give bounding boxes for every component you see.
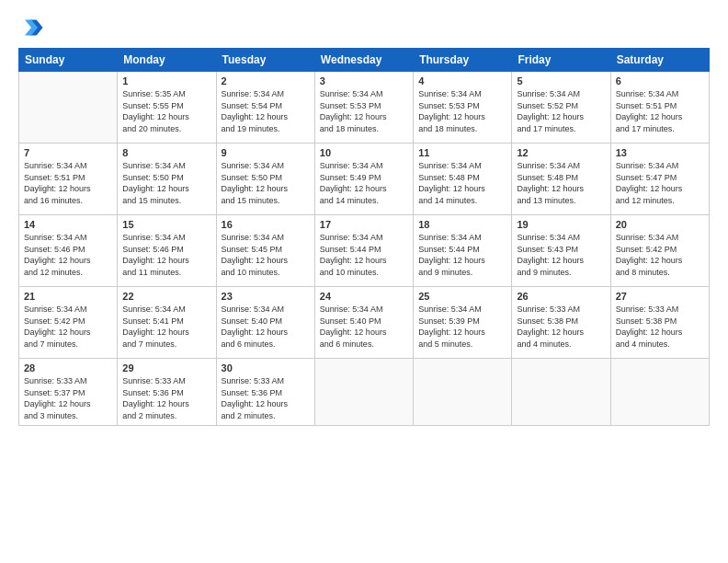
- day-number: 23: [222, 291, 310, 302]
- day-header-saturday: Saturday: [610, 49, 709, 72]
- day-number: 25: [418, 291, 506, 302]
- calendar-cell: 8Sunrise: 5:34 AM Sunset: 5:50 PM Daylig…: [118, 144, 216, 215]
- cell-content: Sunrise: 5:34 AM Sunset: 5:49 PM Dayligh…: [320, 160, 408, 206]
- calendar-cell: [414, 359, 512, 426]
- cell-content: Sunrise: 5:34 AM Sunset: 5:40 PM Dayligh…: [222, 304, 310, 350]
- day-number: 17: [320, 219, 408, 230]
- calendar-cell: 25Sunrise: 5:34 AM Sunset: 5:39 PM Dayli…: [414, 287, 512, 359]
- calendar-cell: 28Sunrise: 5:33 AM Sunset: 5:37 PM Dayli…: [19, 359, 118, 426]
- cell-content: Sunrise: 5:34 AM Sunset: 5:44 PM Dayligh…: [320, 232, 408, 278]
- day-number: 22: [122, 291, 210, 302]
- day-number: 11: [418, 147, 506, 158]
- calendar-cell: 23Sunrise: 5:34 AM Sunset: 5:40 PM Dayli…: [216, 287, 314, 359]
- day-number: 4: [418, 75, 506, 86]
- cell-content: Sunrise: 5:34 AM Sunset: 5:50 PM Dayligh…: [122, 160, 210, 206]
- cell-content: Sunrise: 5:34 AM Sunset: 5:48 PM Dayligh…: [517, 160, 605, 206]
- day-number: 15: [122, 219, 210, 230]
- cell-content: Sunrise: 5:34 AM Sunset: 5:46 PM Dayligh…: [24, 232, 112, 278]
- day-number: 1: [122, 75, 210, 86]
- day-number: 19: [517, 219, 605, 230]
- day-number: 13: [616, 147, 704, 158]
- calendar-cell: 27Sunrise: 5:33 AM Sunset: 5:38 PM Dayli…: [610, 287, 709, 359]
- cell-content: Sunrise: 5:34 AM Sunset: 5:52 PM Dayligh…: [517, 88, 605, 134]
- day-number: 29: [122, 362, 210, 373]
- calendar-cell: 30Sunrise: 5:33 AM Sunset: 5:36 PM Dayli…: [216, 359, 314, 426]
- day-number: 5: [517, 75, 605, 86]
- day-number: 3: [320, 75, 408, 86]
- calendar-cell: 21Sunrise: 5:34 AM Sunset: 5:42 PM Dayli…: [19, 287, 118, 359]
- logo-icon: [18, 15, 44, 40]
- calendar-cell: 9Sunrise: 5:34 AM Sunset: 5:50 PM Daylig…: [216, 144, 314, 215]
- day-header-tuesday: Tuesday: [216, 49, 314, 72]
- day-number: 14: [24, 219, 112, 230]
- week-row-5: 28Sunrise: 5:33 AM Sunset: 5:37 PM Dayli…: [19, 359, 710, 426]
- day-number: 24: [320, 291, 408, 302]
- day-header-sunday: Sunday: [19, 49, 118, 72]
- calendar-cell: 15Sunrise: 5:34 AM Sunset: 5:46 PM Dayli…: [118, 215, 216, 287]
- calendar-cell: 5Sunrise: 5:34 AM Sunset: 5:52 PM Daylig…: [512, 72, 610, 144]
- calendar-cell: 24Sunrise: 5:34 AM Sunset: 5:40 PM Dayli…: [314, 287, 413, 359]
- cell-content: Sunrise: 5:34 AM Sunset: 5:43 PM Dayligh…: [517, 232, 605, 278]
- logo: [18, 15, 46, 40]
- cell-content: Sunrise: 5:34 AM Sunset: 5:42 PM Dayligh…: [24, 304, 112, 350]
- day-number: 2: [222, 75, 310, 86]
- day-header-friday: Friday: [512, 49, 610, 72]
- week-row-1: 1Sunrise: 5:35 AM Sunset: 5:55 PM Daylig…: [19, 72, 710, 144]
- calendar-cell: 26Sunrise: 5:33 AM Sunset: 5:38 PM Dayli…: [512, 287, 610, 359]
- cell-content: Sunrise: 5:34 AM Sunset: 5:53 PM Dayligh…: [418, 88, 506, 134]
- cell-content: Sunrise: 5:34 AM Sunset: 5:47 PM Dayligh…: [616, 160, 704, 206]
- day-number: 20: [616, 219, 704, 230]
- day-headers-row: SundayMondayTuesdayWednesdayThursdayFrid…: [19, 49, 710, 72]
- day-number: 9: [222, 147, 310, 158]
- calendar-cell: 10Sunrise: 5:34 AM Sunset: 5:49 PM Dayli…: [314, 144, 413, 215]
- calendar-cell: 6Sunrise: 5:34 AM Sunset: 5:51 PM Daylig…: [610, 72, 709, 144]
- calendar-cell: [19, 72, 118, 144]
- calendar-cell: 7Sunrise: 5:34 AM Sunset: 5:51 PM Daylig…: [19, 144, 118, 215]
- day-header-monday: Monday: [118, 49, 216, 72]
- calendar-cell: 19Sunrise: 5:34 AM Sunset: 5:43 PM Dayli…: [512, 215, 610, 287]
- calendar-cell: 3Sunrise: 5:34 AM Sunset: 5:53 PM Daylig…: [314, 72, 413, 144]
- calendar-cell: [512, 359, 610, 426]
- calendar-cell: 20Sunrise: 5:34 AM Sunset: 5:42 PM Dayli…: [610, 215, 709, 287]
- calendar-cell: 4Sunrise: 5:34 AM Sunset: 5:53 PM Daylig…: [414, 72, 512, 144]
- day-number: 18: [418, 219, 506, 230]
- cell-content: Sunrise: 5:34 AM Sunset: 5:50 PM Dayligh…: [222, 160, 310, 206]
- cell-content: Sunrise: 5:35 AM Sunset: 5:55 PM Dayligh…: [122, 88, 210, 134]
- cell-content: Sunrise: 5:34 AM Sunset: 5:51 PM Dayligh…: [616, 88, 704, 134]
- calendar: SundayMondayTuesdayWednesdayThursdayFrid…: [18, 48, 710, 426]
- week-row-2: 7Sunrise: 5:34 AM Sunset: 5:51 PM Daylig…: [19, 144, 710, 215]
- calendar-cell: 11Sunrise: 5:34 AM Sunset: 5:48 PM Dayli…: [414, 144, 512, 215]
- calendar-cell: 12Sunrise: 5:34 AM Sunset: 5:48 PM Dayli…: [512, 144, 610, 215]
- calendar-cell: 29Sunrise: 5:33 AM Sunset: 5:36 PM Dayli…: [118, 359, 216, 426]
- cell-content: Sunrise: 5:33 AM Sunset: 5:38 PM Dayligh…: [517, 304, 605, 350]
- calendar-cell: 2Sunrise: 5:34 AM Sunset: 5:54 PM Daylig…: [216, 72, 314, 144]
- day-header-thursday: Thursday: [414, 49, 512, 72]
- page: SundayMondayTuesdayWednesdayThursdayFrid…: [0, 0, 728, 563]
- cell-content: Sunrise: 5:34 AM Sunset: 5:42 PM Dayligh…: [616, 232, 704, 278]
- cell-content: Sunrise: 5:34 AM Sunset: 5:54 PM Dayligh…: [222, 88, 310, 134]
- day-number: 21: [24, 291, 112, 302]
- calendar-cell: 16Sunrise: 5:34 AM Sunset: 5:45 PM Dayli…: [216, 215, 314, 287]
- day-number: 7: [24, 147, 112, 158]
- cell-content: Sunrise: 5:33 AM Sunset: 5:36 PM Dayligh…: [122, 375, 210, 421]
- cell-content: Sunrise: 5:34 AM Sunset: 5:51 PM Dayligh…: [24, 160, 112, 206]
- calendar-cell: 13Sunrise: 5:34 AM Sunset: 5:47 PM Dayli…: [610, 144, 709, 215]
- day-number: 27: [616, 291, 704, 302]
- calendar-cell: 18Sunrise: 5:34 AM Sunset: 5:44 PM Dayli…: [414, 215, 512, 287]
- day-header-wednesday: Wednesday: [314, 49, 413, 72]
- cell-content: Sunrise: 5:34 AM Sunset: 5:39 PM Dayligh…: [418, 304, 506, 350]
- week-row-4: 21Sunrise: 5:34 AM Sunset: 5:42 PM Dayli…: [19, 287, 710, 359]
- cell-content: Sunrise: 5:34 AM Sunset: 5:46 PM Dayligh…: [122, 232, 210, 278]
- cell-content: Sunrise: 5:34 AM Sunset: 5:53 PM Dayligh…: [320, 88, 408, 134]
- day-number: 16: [222, 219, 310, 230]
- cell-content: Sunrise: 5:33 AM Sunset: 5:36 PM Dayligh…: [222, 375, 310, 421]
- cell-content: Sunrise: 5:34 AM Sunset: 5:45 PM Dayligh…: [222, 232, 310, 278]
- day-number: 26: [517, 291, 605, 302]
- calendar-cell: 14Sunrise: 5:34 AM Sunset: 5:46 PM Dayli…: [19, 215, 118, 287]
- day-number: 8: [122, 147, 210, 158]
- cell-content: Sunrise: 5:34 AM Sunset: 5:41 PM Dayligh…: [122, 304, 210, 350]
- calendar-cell: [610, 359, 709, 426]
- calendar-cell: 22Sunrise: 5:34 AM Sunset: 5:41 PM Dayli…: [118, 287, 216, 359]
- cell-content: Sunrise: 5:34 AM Sunset: 5:40 PM Dayligh…: [320, 304, 408, 350]
- cell-content: Sunrise: 5:33 AM Sunset: 5:37 PM Dayligh…: [24, 375, 112, 421]
